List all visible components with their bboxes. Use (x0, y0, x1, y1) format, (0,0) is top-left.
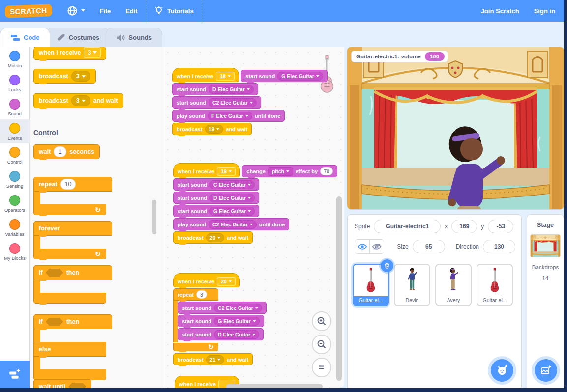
start-sound-block[interactable]: start soundG Elec Guitar (173, 205, 259, 217)
sound-dropdown[interactable]: C Elec Guitar (209, 180, 255, 189)
stage-selector-pane[interactable]: Stage Backdrops 14 (527, 214, 564, 388)
if-then-else-block[interactable]: if then else (33, 314, 112, 380)
category-myblocks[interactable]: My Blocks (0, 240, 30, 264)
scratch-logo[interactable]: SCRATCH (5, 4, 53, 18)
boolean-slot[interactable] (46, 269, 63, 277)
sprite-thumbnail-guitar2[interactable]: Guitar-el... (477, 264, 513, 306)
when-i-receive-hat[interactable]: when I receive 19 (173, 163, 240, 177)
tab-code[interactable]: Code (0, 28, 50, 47)
add-sprite-button[interactable] (491, 359, 513, 382)
edit-menu[interactable]: Edit (119, 0, 145, 22)
when-i-receive-hat[interactable]: when I receive 20 (173, 273, 240, 287)
effect-dropdown[interactable]: pitch (268, 167, 293, 176)
sound-dropdown[interactable]: G Elec Guitar (214, 317, 260, 326)
sprite-thumbnail-avery[interactable]: Avery (435, 264, 472, 306)
sound-dropdown[interactable]: C2 Elec Guitar (214, 304, 262, 312)
broadcast-and-wait-block[interactable]: broadcast21and wait (173, 353, 253, 365)
zoom-reset-button[interactable] (312, 358, 331, 377)
play-sound-until-done-block[interactable]: play soundC2 Elec Guitaruntil done (173, 218, 289, 230)
message-dropdown[interactable]: 3 (71, 71, 90, 82)
sprite-size-input[interactable] (413, 240, 445, 253)
sound-dropdown[interactable]: C2 Elec Guitar (209, 98, 257, 107)
start-sound-block[interactable]: start soundC2 Elec Guitar (172, 96, 261, 109)
zoom-out-button[interactable] (312, 335, 331, 354)
when-i-receive-block[interactable]: when I receive 3 (33, 47, 106, 60)
delete-sprite-button[interactable] (381, 259, 393, 272)
if-then-block[interactable]: if then (33, 265, 112, 304)
workspace-vertical-scrollbar[interactable] (336, 196, 342, 381)
message-dropdown[interactable]: 3 (71, 95, 90, 106)
message-dropdown[interactable]: 21 (206, 355, 225, 364)
join-scratch-link[interactable]: Join Scratch (474, 0, 526, 22)
number-input[interactable]: 70 (320, 167, 333, 175)
category-control[interactable]: Control (0, 143, 30, 168)
language-selector[interactable] (60, 0, 92, 22)
workspace-horizontal-scrollbar[interactable] (226, 384, 323, 388)
sign-in-link[interactable]: Sign in (527, 0, 562, 22)
message-dropdown[interactable]: 18 (216, 72, 235, 81)
message-dropdown[interactable]: 20 (217, 277, 236, 286)
broadcast-block[interactable]: broadcast 3 (33, 69, 96, 84)
repeat-block[interactable]: repeat 10 ↻ (33, 177, 112, 215)
sprite-y-input[interactable] (488, 220, 513, 233)
stage[interactable]: Guitar-electric1: volume 100 (347, 47, 564, 209)
sprite-x-input[interactable] (451, 220, 477, 233)
sound-dropdown[interactable]: D Elec Guitar (209, 194, 255, 202)
broadcast-and-wait-block[interactable]: broadcast20and wait (173, 231, 253, 244)
sound-dropdown[interactable]: G Elec Guitar (277, 72, 323, 81)
boolean-slot[interactable] (68, 383, 86, 389)
number-input[interactable]: 3 (196, 290, 207, 299)
category-motion[interactable]: Motion (0, 47, 30, 71)
tab-sounds[interactable]: Sounds (106, 28, 162, 47)
category-variables[interactable]: Variables (0, 216, 30, 240)
file-menu[interactable]: File (93, 0, 118, 22)
backdrop-thumbnail[interactable] (530, 234, 561, 257)
start-sound-block[interactable]: start soundC Elec Guitar (173, 178, 259, 191)
sprite-direction-input[interactable] (483, 240, 515, 253)
broadcast-and-wait-block[interactable]: broadcast 3 and wait (33, 93, 123, 108)
volume-monitor[interactable]: Guitar-electric1: volume 100 (351, 51, 448, 62)
code-workspace[interactable]: when I receive 18 start soundG Elec Guit… (162, 47, 344, 388)
category-sensing[interactable]: Sensing (0, 168, 30, 192)
category-operators[interactable]: Operators (0, 192, 30, 216)
start-sound-block[interactable]: start soundD Elec Guitar (178, 328, 264, 340)
message-dropdown[interactable]: 3 (84, 47, 101, 58)
change-effect-block[interactable]: change pitch effect by 70 (242, 165, 337, 177)
tutorials-menu[interactable]: Tutorials (147, 0, 201, 22)
sound-dropdown[interactable]: D Elec Guitar (214, 330, 259, 339)
sprite-name-input[interactable] (374, 220, 441, 233)
sprite-thumbnail-guitar1[interactable]: Guitar-el... (353, 264, 389, 306)
start-sound-block[interactable]: start soundG Elec Guitar (178, 315, 264, 327)
show-button[interactable] (355, 240, 369, 253)
start-sound-block[interactable]: start soundD Elec Guitar (172, 83, 258, 95)
sound-dropdown[interactable]: F Elec Guitar (208, 112, 252, 120)
category-looks[interactable]: Looks (0, 71, 30, 95)
message-dropdown[interactable]: 19 (217, 167, 236, 176)
hide-button[interactable] (369, 240, 384, 253)
number-input[interactable]: 1 (54, 146, 66, 157)
broadcast-and-wait-block[interactable]: broadcast19and wait (172, 123, 252, 135)
wait-until-block[interactable]: wait until (33, 379, 91, 388)
start-sound-block[interactable]: start soundG Elec Guitar (241, 70, 327, 82)
category-sound[interactable]: Sound (0, 95, 30, 119)
number-input[interactable]: 10 (60, 179, 76, 190)
tab-costumes[interactable]: Costumes (46, 28, 110, 47)
add-extension-button[interactable] (0, 361, 30, 388)
when-i-receive-hat[interactable]: when I receive 18 (172, 68, 239, 82)
script-when-receive-19[interactable]: when I receive 19 change pitch effect by… (173, 163, 344, 245)
forever-block[interactable]: forever ↻ (33, 221, 112, 259)
sound-dropdown[interactable]: D Elec Guitar (209, 85, 254, 94)
sprite-thumbnail-devin[interactable]: Devin (394, 264, 430, 306)
zoom-in-button[interactable] (312, 311, 331, 331)
palette-scrollbar[interactable] (152, 200, 156, 234)
sound-dropdown[interactable]: C2 Elec Guitar (209, 220, 257, 229)
add-backdrop-button[interactable] (535, 359, 557, 382)
boolean-slot[interactable] (46, 318, 63, 326)
play-sound-until-done-block[interactable]: play soundF Elec Guitaruntil done (172, 110, 285, 122)
sound-dropdown[interactable]: G Elec Guitar (209, 207, 255, 216)
message-dropdown[interactable]: 20 (206, 233, 225, 242)
start-sound-block[interactable]: start soundC2 Elec Guitar (178, 302, 267, 314)
message-dropdown[interactable]: 19 (205, 125, 224, 134)
script-when-receive-18[interactable]: when I receive 18 start soundG Elec Guit… (172, 68, 344, 136)
category-events[interactable]: Events (0, 119, 30, 143)
